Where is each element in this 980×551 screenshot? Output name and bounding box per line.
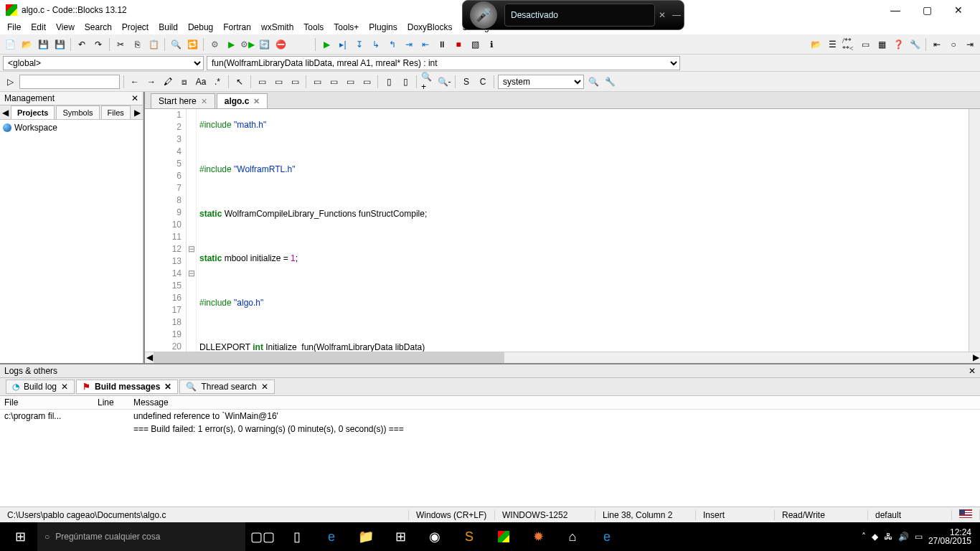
codeblocks-icon[interactable]: [486, 522, 521, 551]
menu-toolsplus[interactable]: Tools+: [334, 22, 359, 32]
tray-up-icon[interactable]: ˄: [862, 532, 866, 542]
horizontal-scrollbar[interactable]: ◀▶: [145, 352, 980, 363]
block1-icon[interactable]: ▭: [255, 75, 269, 89]
th-config-icon[interactable]: 🔧: [908, 37, 922, 52]
debug-windows-icon[interactable]: ▧: [468, 37, 482, 52]
highlight-icon[interactable]: 🖍: [161, 75, 175, 89]
next-line-icon[interactable]: ↧: [352, 37, 367, 52]
menu-tools[interactable]: Tools: [303, 22, 324, 32]
menu-edit[interactable]: Edit: [31, 22, 46, 32]
tray-notify-icon[interactable]: ▭: [915, 532, 923, 542]
management-close-icon[interactable]: ✕: [131, 93, 138, 103]
next-instr-icon[interactable]: ⇥: [402, 37, 416, 52]
marks-icon[interactable]: ⧈: [177, 75, 192, 89]
th-comment-icon[interactable]: /** **<: [842, 37, 856, 52]
source-text[interactable]: #include "math.h" #include "WolframRTL.h…: [197, 109, 969, 352]
break-debug-icon[interactable]: ⏸: [435, 37, 449, 52]
calculator-icon[interactable]: ⊞: [383, 522, 418, 551]
tab-close-icon[interactable]: ✕: [253, 97, 260, 106]
speech-minimize-icon[interactable]: —: [669, 10, 684, 20]
mic-icon[interactable]: 🎤: [470, 1, 497, 29]
workspace-node[interactable]: Workspace: [3, 123, 140, 133]
save-all-icon[interactable]: 💾: [52, 37, 67, 52]
tray-network-icon[interactable]: 🖧: [884, 532, 892, 542]
th-html-icon[interactable]: ▦: [875, 37, 889, 52]
start-button[interactable]: ⊞: [3, 522, 37, 551]
close-button[interactable]: ✕: [943, 4, 974, 16]
th-chm-icon[interactable]: ❓: [891, 37, 905, 52]
zoom-in-icon[interactable]: 🔍+: [420, 75, 435, 89]
copy-icon[interactable]: ⎘: [130, 37, 144, 52]
block5-icon[interactable]: ▭: [326, 75, 341, 89]
nav-fwd-icon[interactable]: ⇥: [963, 37, 977, 52]
speech-close-icon[interactable]: ✕: [655, 10, 669, 20]
replace-icon[interactable]: 🔁: [185, 37, 199, 52]
opts-tool-icon[interactable]: 🔧: [603, 75, 617, 89]
tab-close-icon[interactable]: ✕: [261, 382, 268, 392]
menu-search[interactable]: Search: [85, 22, 112, 32]
menu-debug[interactable]: Debug: [188, 22, 213, 32]
tab-build-messages[interactable]: ⚑Build messages✕: [76, 380, 178, 394]
scope-dropdown[interactable]: <global>: [3, 56, 204, 70]
log-row[interactable]: c:\program fil... undefined reference to…: [0, 410, 980, 423]
speech-recognition-overlay[interactable]: 🎤 Desactivado ✕ —: [462, 0, 684, 30]
run-target-icon[interactable]: ▷: [3, 75, 17, 89]
tray-app-icon[interactable]: ◆: [872, 532, 878, 542]
case-icon[interactable]: Aa: [194, 75, 208, 89]
step-into-icon[interactable]: ↳: [369, 37, 383, 52]
th-open-icon[interactable]: 📂: [809, 37, 823, 52]
nav-mark-icon[interactable]: ○: [946, 37, 961, 52]
stop-debug-icon[interactable]: ■: [451, 37, 466, 52]
new-file-icon[interactable]: 📄: [3, 37, 17, 52]
split-icon[interactable]: ▯: [382, 75, 396, 89]
build-icon[interactable]: ⚙: [207, 37, 222, 52]
tab-projects[interactable]: Projects: [11, 105, 55, 119]
file-explorer-icon[interactable]: 📁: [349, 522, 383, 551]
find-icon[interactable]: 🔍: [169, 37, 183, 52]
tab-close-icon[interactable]: ✕: [164, 382, 171, 392]
tab-build-log[interactable]: ◔Build log✕: [6, 380, 75, 394]
redo-icon[interactable]: ↷: [91, 37, 105, 52]
next-mark-icon[interactable]: →: [144, 75, 159, 89]
split2-icon[interactable]: ▯: [398, 75, 413, 89]
taskbar-search[interactable]: ○ Pregúntame cualquier cosa: [37, 522, 245, 551]
build-run-icon[interactable]: ⚙▶: [240, 37, 255, 52]
target-input[interactable]: [19, 75, 120, 89]
management-nav-left-icon[interactable]: ◀: [0, 108, 11, 118]
compiler-dropdown[interactable]: system: [498, 75, 584, 89]
block3-icon[interactable]: ▭: [288, 75, 302, 89]
log-row[interactable]: === Build failed: 1 error(s), 0 warning(…: [0, 423, 980, 435]
status-lang-flag[interactable]: [952, 509, 980, 520]
tab-files[interactable]: Files: [101, 105, 131, 119]
logs-close-icon[interactable]: ✕: [969, 366, 976, 376]
save-icon[interactable]: 💾: [36, 37, 50, 52]
select-icon[interactable]: ↖: [232, 75, 247, 89]
ie-icon[interactable]: e: [590, 522, 624, 551]
fold-margin[interactable]: ⊟ ⊟: [187, 109, 197, 352]
rebuild-icon[interactable]: 🔄: [257, 37, 271, 52]
vertical-scrollbar[interactable]: [969, 109, 980, 352]
source-icon[interactable]: S: [459, 75, 473, 89]
tab-algo-c[interactable]: algo.c✕: [217, 93, 268, 108]
explorer-icon[interactable]: ▯: [280, 522, 314, 551]
home-icon[interactable]: ⌂: [555, 522, 590, 551]
step-instr-icon[interactable]: ⇤: [418, 37, 433, 52]
chrome-icon[interactable]: ◉: [418, 522, 452, 551]
menu-project[interactable]: Project: [122, 22, 149, 32]
debug-info-icon[interactable]: ℹ: [484, 37, 499, 52]
menu-view[interactable]: View: [56, 22, 75, 32]
step-out-icon[interactable]: ↰: [385, 37, 400, 52]
col-line[interactable]: Line: [93, 396, 129, 409]
taskbar-clock[interactable]: 12:24 27/08/2015: [928, 528, 971, 545]
task-view-icon[interactable]: ▢▢: [245, 522, 280, 551]
open-icon[interactable]: 📂: [19, 37, 34, 52]
link-icon[interactable]: C: [476, 75, 490, 89]
block2-icon[interactable]: ▭: [271, 75, 286, 89]
cut-icon[interactable]: ✂: [113, 37, 128, 52]
block7-icon[interactable]: ▭: [359, 75, 374, 89]
th-list-icon[interactable]: ☰: [825, 37, 839, 52]
col-message[interactable]: Message: [129, 396, 980, 409]
maximize-button[interactable]: ▢: [911, 4, 943, 16]
tab-close-icon[interactable]: ✕: [201, 97, 207, 106]
sublime-icon[interactable]: S: [452, 522, 486, 551]
